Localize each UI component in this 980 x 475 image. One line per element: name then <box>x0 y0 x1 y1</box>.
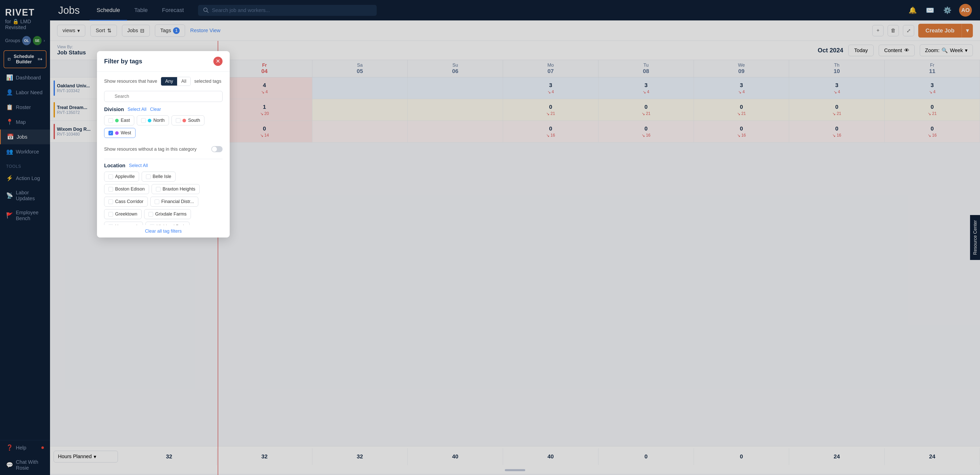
modal-body: Show resources that have Any All selecte… <box>97 72 230 225</box>
show-resources-row: Show resources that have Any All selecte… <box>104 77 223 86</box>
tag-financial-district-checkbox[interactable] <box>155 199 159 204</box>
tag-north[interactable]: North <box>137 115 169 125</box>
tag-appleville-label: Appleville <box>115 174 135 179</box>
tag-hamtramck-label: Hamtramck <box>115 224 138 225</box>
division-label: Division <box>104 107 124 112</box>
tag-hamtramck-checkbox[interactable] <box>108 225 113 225</box>
tag-hamtramck[interactable]: Hamtramck <box>104 222 143 225</box>
location-label: Location <box>104 163 125 169</box>
tag-grixdale-farms-label: Grixdale Farms <box>155 212 186 217</box>
tag-greektown-label: Greektown <box>115 212 137 217</box>
tag-north-label: North <box>153 118 165 123</box>
division-clear[interactable]: Clear <box>150 107 161 112</box>
tag-boston-edison[interactable]: Boston Edison <box>104 184 149 194</box>
clear-all-link[interactable]: Clear all tag filters <box>145 229 182 234</box>
show-without-toggle-row: Show resources without a tag in this cat… <box>104 143 223 155</box>
tag-east-checkbox[interactable] <box>108 118 113 123</box>
any-all-toggle[interactable]: Any All <box>161 77 191 86</box>
modal-header: Filter by tags ✕ <box>97 51 230 72</box>
tag-highland-park-label: Highland Park <box>156 224 185 225</box>
tag-belle-isle-checkbox[interactable] <box>146 174 151 179</box>
tag-financial-district[interactable]: Financial Distr... <box>150 197 198 207</box>
tag-highland-park[interactable]: Highland Park <box>145 222 189 225</box>
tag-west[interactable]: ✓ West <box>104 128 135 138</box>
tag-braxton-heights[interactable]: Braxton Heights <box>151 184 200 194</box>
section-divider <box>104 159 223 159</box>
tag-east-dot <box>115 119 119 122</box>
tag-east[interactable]: East <box>104 115 134 125</box>
tag-appleville-checkbox[interactable] <box>108 174 113 179</box>
tag-belle-isle-label: Belle Isle <box>153 174 171 179</box>
tag-grixdale-farms[interactable]: Grixdale Farms <box>144 209 191 219</box>
modal-title: Filter by tags <box>104 58 142 65</box>
division-select-all[interactable]: Select All <box>127 107 146 112</box>
show-without-switch[interactable] <box>211 146 223 152</box>
tag-boston-edison-checkbox[interactable] <box>108 187 113 191</box>
modal-footer: Clear all tag filters <box>97 225 230 238</box>
tag-west-dot <box>115 131 119 135</box>
tag-south-label: South <box>188 118 200 123</box>
tag-belle-isle[interactable]: Belle Isle <box>142 172 176 182</box>
tag-north-checkbox[interactable] <box>141 118 146 123</box>
filter-modal: Filter by tags ✕ Show resources that hav… <box>97 51 230 238</box>
tag-search-input[interactable] <box>104 91 223 102</box>
tag-west-label: West <box>121 130 131 135</box>
tag-cass-corridor-label: Cass Corridor <box>115 199 143 204</box>
location-tags: Appleville Belle Isle Boston Edison Brax… <box>104 172 223 225</box>
location-select-all[interactable]: Select All <box>129 163 148 168</box>
show-without-label: Show resources without a tag in this cat… <box>104 147 197 152</box>
selected-tags-label: selected tags <box>194 79 221 84</box>
division-section-label: Division Select All Clear <box>104 107 223 112</box>
tag-east-label: East <box>121 118 130 123</box>
tag-north-dot <box>148 119 151 122</box>
tag-greektown[interactable]: Greektown <box>104 209 142 219</box>
tag-highland-park-checkbox[interactable] <box>150 225 154 225</box>
show-resources-label: Show resources that have <box>104 79 157 84</box>
location-section-label: Location Select All <box>104 163 223 169</box>
tag-greektown-checkbox[interactable] <box>108 212 113 217</box>
all-toggle-option[interactable]: All <box>177 77 190 86</box>
modal-close-button[interactable]: ✕ <box>213 57 223 66</box>
tag-grixdale-farms-checkbox[interactable] <box>148 212 153 217</box>
tag-south-dot <box>183 119 186 122</box>
tag-cass-corridor[interactable]: Cass Corridor <box>104 197 148 207</box>
any-toggle-option[interactable]: Any <box>161 77 177 86</box>
tag-financial-district-label: Financial Distr... <box>161 199 194 204</box>
tag-cass-corridor-checkbox[interactable] <box>108 199 113 204</box>
tag-boston-edison-label: Boston Edison <box>115 186 145 192</box>
tag-appleville[interactable]: Appleville <box>104 172 139 182</box>
modal-search-wrap: 🔍 <box>104 91 223 102</box>
division-tags: East North South ✓ West <box>104 115 223 138</box>
tag-south[interactable]: South <box>172 115 204 125</box>
modal-search: 🔍 <box>104 91 223 102</box>
tag-west-checkbox[interactable]: ✓ <box>108 131 113 135</box>
tag-south-checkbox[interactable] <box>176 118 180 123</box>
tag-braxton-heights-checkbox[interactable] <box>156 187 161 191</box>
tag-braxton-heights-label: Braxton Heights <box>162 186 195 192</box>
